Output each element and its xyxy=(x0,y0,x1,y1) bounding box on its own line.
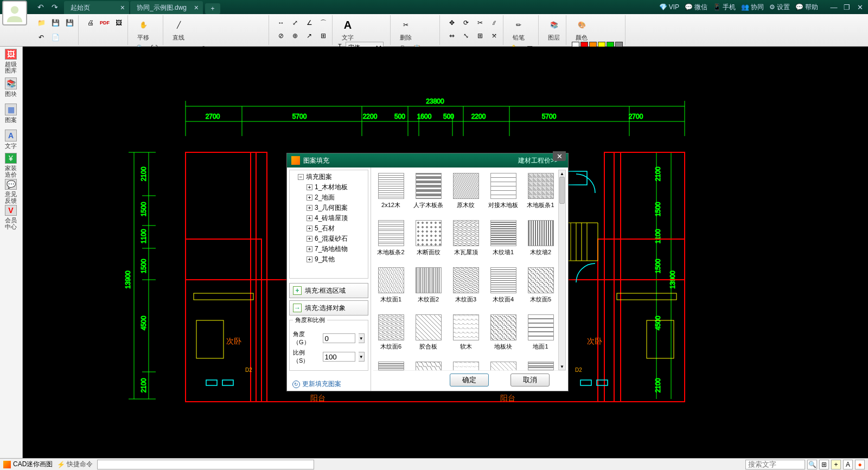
save-icon[interactable]: 💾 xyxy=(49,16,62,29)
saveas-icon[interactable]: 💾 xyxy=(63,16,76,29)
minimize-button[interactable]: — xyxy=(828,2,840,12)
search-icon[interactable]: 🔍 xyxy=(807,460,817,469)
scale-dropdown-icon[interactable]: ▼ xyxy=(359,352,365,362)
pattern-item[interactable] xyxy=(448,358,483,370)
pattern-item[interactable]: 对接木地板 xyxy=(486,170,521,216)
pattern-item[interactable]: 木纹面2 xyxy=(411,264,446,310)
pattern-item[interactable]: 木纹面5 xyxy=(523,264,558,310)
cancel-button[interactable]: 取消 xyxy=(510,374,550,387)
pattern-item[interactable]: 地板块 xyxy=(486,311,521,357)
pattern-item[interactable]: 木地板条2 xyxy=(373,217,409,263)
help-link[interactable]: 💬帮助 xyxy=(795,3,818,12)
pattern-item[interactable]: 原木纹 xyxy=(448,170,483,216)
dim-diameter-icon[interactable]: ⊕ xyxy=(289,29,302,42)
nav-forward-icon[interactable]: ↷ xyxy=(49,2,61,12)
dim-aligned-icon[interactable]: ⤢ xyxy=(289,16,302,29)
pattern-item[interactable]: 木纹面4 xyxy=(486,264,521,310)
dim-linear-icon[interactable]: ↔ xyxy=(275,16,288,29)
line-tool[interactable]: ╱ 直线 xyxy=(169,16,188,42)
mirror-icon[interactable]: ⇔ xyxy=(445,29,458,42)
collab-link[interactable]: 👥协同 xyxy=(741,3,764,12)
super-gallery-tool[interactable]: 🖼超级图库 xyxy=(0,49,22,74)
osnap-icon[interactable]: A xyxy=(843,460,853,469)
tree-item[interactable]: +3_几何图案 xyxy=(307,203,366,213)
tree-item[interactable]: +6_混凝砂石 xyxy=(307,234,366,244)
scale-input[interactable] xyxy=(323,352,355,362)
stretch-icon[interactable]: ⤧ xyxy=(488,29,501,42)
tree-item[interactable]: +2_地面 xyxy=(307,192,366,203)
pattern-item[interactable] xyxy=(411,358,446,370)
pattern-item[interactable] xyxy=(523,358,558,370)
drawing-canvas[interactable]: 23800 2700 5700 2200 500 1600 500 2200 5… xyxy=(23,47,868,458)
pan-tool[interactable]: ✋ 平移 xyxy=(133,16,153,42)
pattern-item[interactable]: 木地板条1 xyxy=(523,170,558,216)
rotate-icon[interactable]: ⟳ xyxy=(459,16,473,29)
tree-item[interactable]: +5_石材 xyxy=(307,223,366,234)
move-icon[interactable]: ✥ xyxy=(445,16,458,29)
vip-link[interactable]: 💎VIP xyxy=(659,3,679,11)
pattern-item[interactable]: 人字木板条 xyxy=(411,170,446,216)
angle-input[interactable] xyxy=(323,333,355,343)
dim-leader-icon[interactable]: ↗ xyxy=(303,29,316,42)
scroll-down-icon[interactable]: ▼ xyxy=(559,363,565,370)
pattern-item[interactable] xyxy=(373,358,409,370)
tab-document[interactable]: 协同_示例图.dwg × xyxy=(130,1,203,14)
trim-icon[interactable]: ✂ xyxy=(474,16,487,29)
scale-icon[interactable]: ⤡ xyxy=(459,29,473,42)
pattern-item[interactable]: 软木 xyxy=(448,311,483,357)
dim-radius-icon[interactable]: ⊘ xyxy=(275,29,288,42)
pdf-icon[interactable]: PDF xyxy=(98,16,111,29)
pattern-item[interactable]: 木纹面6 xyxy=(373,311,409,357)
update-pattern-link[interactable]: ↻ 更新填充图案 xyxy=(289,377,368,391)
ortho-icon[interactable]: + xyxy=(831,460,841,469)
dim-angular-icon[interactable]: ∠ xyxy=(303,16,316,29)
pattern-item[interactable]: 木纹墙1 xyxy=(486,217,521,263)
tree-item[interactable]: +9_其他 xyxy=(307,254,366,265)
tree-item[interactable]: +7_场地植物 xyxy=(307,244,366,254)
maximize-button[interactable]: ❐ xyxy=(841,2,853,12)
pattern-item[interactable]: 木断面纹 xyxy=(411,217,446,263)
close-button[interactable]: ✕ xyxy=(854,2,866,12)
offset-icon[interactable]: ⫽ xyxy=(488,16,501,29)
close-icon[interactable]: × xyxy=(194,3,199,12)
pattern-item[interactable]: 木瓦屋顶 xyxy=(448,217,483,263)
pattern-item[interactable]: 木纹面1 xyxy=(373,264,409,310)
scrollbar[interactable]: ▲ ▼ xyxy=(558,170,566,370)
pattern-item[interactable]: 木纹墙2 xyxy=(523,217,558,263)
pattern-tool[interactable]: ▦图案 xyxy=(0,101,22,126)
block-tool[interactable]: 📚图块 xyxy=(0,75,22,100)
dialog-close-button[interactable]: ✕ xyxy=(553,151,566,161)
user-avatar[interactable] xyxy=(2,1,27,25)
open-icon[interactable]: 📁 xyxy=(35,16,48,29)
array-icon[interactable]: ⊞ xyxy=(474,29,487,42)
material-price-link[interactable]: 建材工程价>> xyxy=(518,156,558,165)
print-icon[interactable]: 🖨 xyxy=(84,16,97,29)
layer-tool[interactable]: 📚 图层 xyxy=(544,16,564,42)
wechat-link[interactable]: 💬微信 xyxy=(685,3,707,12)
color-tool[interactable]: 🎨 颜色 xyxy=(572,16,591,42)
pattern-item[interactable]: 木纹面3 xyxy=(448,264,483,310)
pattern-item[interactable]: 2x12木 xyxy=(373,170,409,216)
pencil-tool[interactable]: ✏ 铅笔 xyxy=(509,16,528,42)
undo-icon[interactable]: ↶ xyxy=(35,31,48,44)
text-tool-left[interactable]: A文字 xyxy=(0,127,22,152)
nav-back-icon[interactable]: ↶ xyxy=(35,2,47,12)
tab-add-button[interactable]: + xyxy=(205,3,220,14)
text-tool[interactable]: A 文字 xyxy=(338,16,358,42)
command-input[interactable] xyxy=(97,460,314,469)
cost-tool[interactable]: ¥家装造价 xyxy=(0,153,22,178)
dialog-titlebar[interactable]: 图案填充 建材工程价>> ✕ xyxy=(287,153,568,168)
fill-object-button[interactable]: →填充:选择对象 xyxy=(289,300,368,316)
pattern-item[interactable]: 胶合板 xyxy=(411,311,446,357)
tab-start[interactable]: 起始页 × xyxy=(64,1,129,14)
scroll-up-icon[interactable]: ▲ xyxy=(559,170,565,177)
ok-button[interactable]: 确定 xyxy=(450,374,489,387)
image-icon[interactable]: 🖼 xyxy=(112,16,125,29)
angle-dropdown-icon[interactable]: ▼ xyxy=(359,333,365,343)
mobile-link[interactable]: 📱手机 xyxy=(713,3,736,12)
close-icon[interactable]: × xyxy=(120,3,125,12)
record-icon[interactable]: ● xyxy=(855,460,865,469)
delete-tool[interactable]: ✂ 删除 xyxy=(396,16,416,42)
tree-item[interactable]: +4_砖墙屋顶 xyxy=(307,213,366,223)
settings-link[interactable]: ⚙设置 xyxy=(769,3,790,12)
